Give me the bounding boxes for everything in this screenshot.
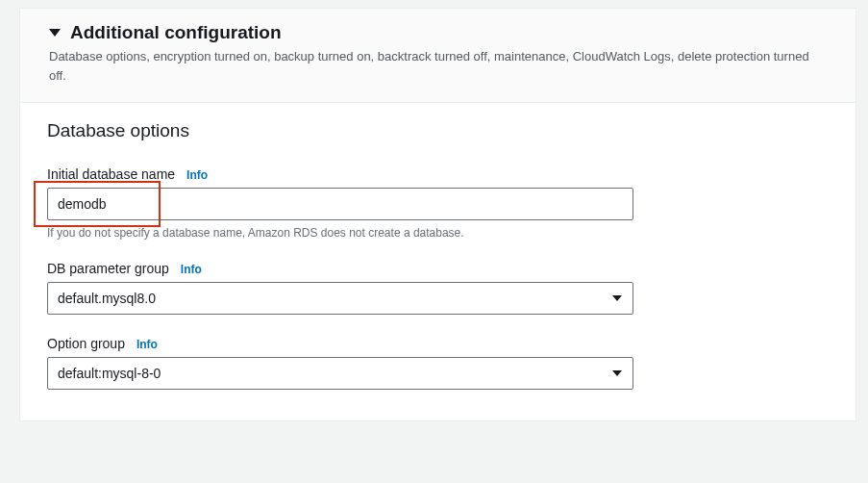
option-group-info-link[interactable]: Info — [136, 338, 158, 351]
database-options-heading: Database options — [47, 120, 829, 141]
param-group-field: DB parameter group Info default.mysql8.0 — [47, 261, 829, 315]
option-group-select[interactable]: default:mysql-8-0 — [47, 357, 633, 390]
panel-header: Additional configuration Database option… — [20, 9, 856, 103]
initial-db-info-link[interactable]: Info — [186, 168, 208, 182]
caret-down-icon — [49, 29, 61, 37]
option-group-field: Option group Info default:mysql-8-0 — [47, 336, 829, 390]
additional-config-panel: Additional configuration Database option… — [19, 8, 856, 421]
param-group-select[interactable]: default.mysql8.0 — [47, 282, 633, 315]
option-group-value: default:mysql-8-0 — [58, 366, 161, 381]
collapse-toggle[interactable]: Additional configuration — [49, 22, 834, 43]
option-group-label: Option group — [47, 336, 125, 351]
panel-subtitle: Database options, encryption turned on, … — [49, 47, 818, 85]
initial-db-input[interactable] — [47, 188, 633, 220]
param-group-info-link[interactable]: Info — [181, 263, 202, 276]
param-group-label: DB parameter group — [47, 261, 169, 276]
param-group-value: default.mysql8.0 — [58, 291, 156, 306]
initial-db-label: Initial database name — [47, 166, 175, 182]
initial-db-helper: If you do not specify a database name, A… — [47, 226, 829, 240]
initial-db-field: Initial database name Info If you do not… — [47, 166, 829, 240]
panel-body: Database options Initial database name I… — [20, 103, 856, 420]
panel-title: Additional configuration — [70, 22, 282, 43]
